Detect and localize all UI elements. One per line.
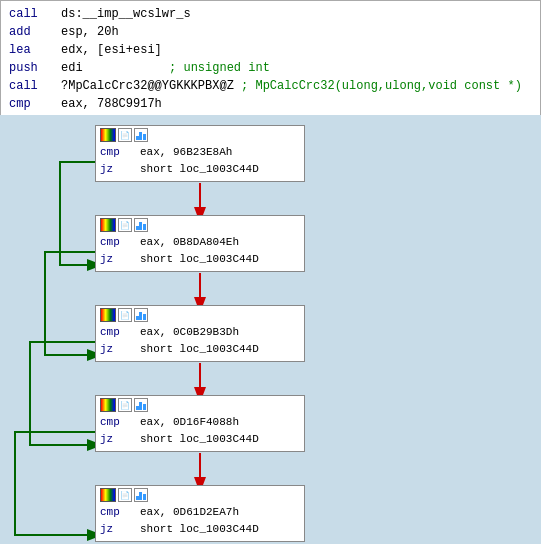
node-block-4[interactable]: 📄 cmpeax, 0D16F4088h jzshort loc_1003C44… bbox=[95, 395, 305, 452]
node-header-3: 📄 bbox=[100, 308, 300, 322]
graph-icon bbox=[134, 488, 148, 502]
color-icon bbox=[100, 218, 116, 232]
node-code-line-2: jzshort loc_1003C44D bbox=[100, 431, 300, 448]
color-icon bbox=[100, 398, 116, 412]
node-block-5[interactable]: 📄 cmpeax, 0D61D2EA7h jzshort loc_1003C44… bbox=[95, 485, 305, 542]
doc-icon: 📄 bbox=[118, 488, 132, 502]
code-line-4: push edi ; unsigned int bbox=[9, 59, 532, 77]
comment: ; unsigned int bbox=[169, 59, 270, 77]
code-line-2: add esp, 20h bbox=[9, 23, 532, 41]
node-block-2[interactable]: 📄 cmpeax, 0B8DA804Eh jzshort loc_1003C44… bbox=[95, 215, 305, 272]
operand: eax, 788C9917h bbox=[61, 95, 162, 113]
node-header-1: 📄 bbox=[100, 128, 300, 142]
code-line-5: call ?MpCalcCrc32@@YGKKKPBX@Z ; MpCalcCr… bbox=[9, 77, 532, 95]
node-code-1: cmpeax, 96B23E8Ah jzshort loc_1003C44D bbox=[100, 144, 300, 177]
node-code-line-1: cmpeax, 96B23E8Ah bbox=[100, 144, 300, 161]
operand: ds:__imp__wcslwr_s bbox=[61, 5, 191, 23]
doc-icon: 📄 bbox=[118, 398, 132, 412]
mnemonic: push bbox=[9, 59, 61, 77]
operand: ?MpCalcCrc32@@YGKKKPBX@Z bbox=[61, 77, 234, 95]
graph-icon bbox=[134, 398, 148, 412]
color-icon bbox=[100, 308, 116, 322]
node-header-2: 📄 bbox=[100, 218, 300, 232]
mnemonic: cmp bbox=[9, 95, 61, 113]
node-code-line-1: cmpeax, 0B8DA804Eh bbox=[100, 234, 300, 251]
mnemonic: add bbox=[9, 23, 61, 41]
mnemonic: call bbox=[9, 5, 61, 23]
mnemonic: call bbox=[9, 77, 61, 95]
node-code-5: cmpeax, 0D61D2EA7h jzshort loc_1003C44D bbox=[100, 504, 300, 537]
color-icon bbox=[100, 488, 116, 502]
node-code-2: cmpeax, 0B8DA804Eh jzshort loc_1003C44D bbox=[100, 234, 300, 267]
code-line-6: cmp eax, 788C9917h bbox=[9, 95, 532, 113]
doc-icon: 📄 bbox=[118, 218, 132, 232]
node-code-3: cmpeax, 0C0B29B3Dh jzshort loc_1003C44D bbox=[100, 324, 300, 357]
node-header-5: 📄 bbox=[100, 488, 300, 502]
color-icon bbox=[100, 128, 116, 142]
operand: edx, [esi+esi] bbox=[61, 41, 162, 59]
operand: edi bbox=[61, 59, 169, 77]
node-code-line-2: jzshort loc_1003C44D bbox=[100, 161, 300, 178]
node-code-line-1: cmpeax, 0D61D2EA7h bbox=[100, 504, 300, 521]
mnemonic: lea bbox=[9, 41, 61, 59]
node-header-4: 📄 bbox=[100, 398, 300, 412]
operand: esp, 20h bbox=[61, 23, 119, 41]
code-line-3: lea edx, [esi+esi] bbox=[9, 41, 532, 59]
doc-icon: 📄 bbox=[118, 128, 132, 142]
graph-icon bbox=[134, 218, 148, 232]
graph-icon bbox=[134, 128, 148, 142]
node-code-line-2: jzshort loc_1003C44D bbox=[100, 251, 300, 268]
node-code-line-2: jzshort loc_1003C44D bbox=[100, 521, 300, 538]
comment: ; MpCalcCrc32(ulong,ulong,void const *) bbox=[234, 77, 522, 95]
code-line-1: call ds:__imp__wcslwr_s bbox=[9, 5, 532, 23]
node-code-line-2: jzshort loc_1003C44D bbox=[100, 341, 300, 358]
node-code-line-1: cmpeax, 0C0B29B3Dh bbox=[100, 324, 300, 341]
node-block-1[interactable]: 📄 cmpeax, 96B23E8Ah jzshort loc_1003C44D bbox=[95, 125, 305, 182]
doc-icon: 📄 bbox=[118, 308, 132, 322]
node-code-line-1: cmpeax, 0D16F4088h bbox=[100, 414, 300, 431]
graph-icon bbox=[134, 308, 148, 322]
node-code-4: cmpeax, 0D16F4088h jzshort loc_1003C44D bbox=[100, 414, 300, 447]
node-block-3[interactable]: 📄 cmpeax, 0C0B29B3Dh jzshort loc_1003C44… bbox=[95, 305, 305, 362]
flow-diagram-area: 📄 cmpeax, 96B23E8Ah jzshort loc_1003C44D… bbox=[0, 115, 541, 544]
